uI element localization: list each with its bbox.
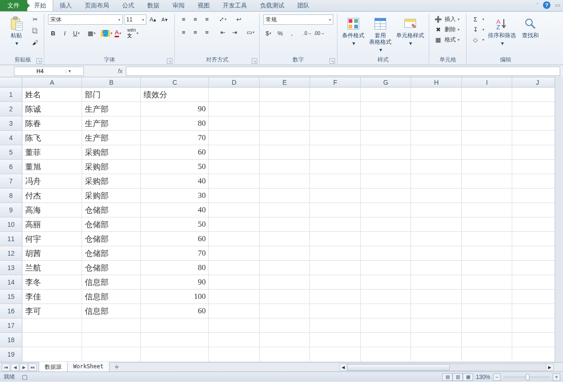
align-center-icon[interactable]: ≡ <box>190 27 200 37</box>
cell[interactable] <box>260 318 310 333</box>
cell[interactable] <box>310 131 361 145</box>
cell[interactable] <box>141 318 209 333</box>
cell[interactable]: 李可 <box>22 304 82 318</box>
cell[interactable]: 冯舟 <box>22 174 82 189</box>
cell[interactable] <box>310 145 361 160</box>
cell[interactable]: 40 <box>141 203 209 217</box>
tab-开发工具[interactable]: 开发工具 <box>216 0 254 11</box>
row-header[interactable]: 19 <box>0 347 22 362</box>
cell[interactable] <box>361 290 412 304</box>
comma-icon[interactable]: , <box>287 28 297 38</box>
cell[interactable] <box>310 333 361 347</box>
cell[interactable]: 30 <box>141 189 209 203</box>
cell[interactable]: 信息部 <box>82 304 141 318</box>
tab-页面布局[interactable]: 页面布局 <box>78 0 116 11</box>
font-color-button[interactable]: A▾ <box>113 28 123 38</box>
decrease-decimal-icon[interactable]: .00→ <box>314 28 324 38</box>
cell[interactable] <box>361 174 412 189</box>
cell[interactable] <box>260 174 310 189</box>
cell[interactable] <box>411 217 462 232</box>
cell[interactable] <box>462 189 513 203</box>
cell[interactable] <box>361 347 412 362</box>
cell[interactable] <box>310 347 361 362</box>
cell[interactable] <box>411 174 462 189</box>
cell[interactable] <box>462 290 513 304</box>
row-header[interactable]: 18 <box>0 333 22 347</box>
cell[interactable] <box>462 217 513 232</box>
dialog-launcher-icon[interactable]: ↘ <box>252 58 257 64</box>
cell[interactable] <box>361 261 412 275</box>
row-header[interactable]: 10 <box>0 217 22 232</box>
column-header[interactable]: C <box>141 77 209 88</box>
cell[interactable] <box>209 102 260 116</box>
cell[interactable] <box>310 232 361 246</box>
cell[interactable] <box>310 160 361 174</box>
cell[interactable] <box>260 246 310 261</box>
cell[interactable]: 生产部 <box>82 102 141 116</box>
sheet-nav-prev-icon[interactable]: ◀ <box>11 364 19 371</box>
cell[interactable]: 采购部 <box>82 174 141 189</box>
page-layout-view-icon[interactable]: ▥ <box>453 373 463 381</box>
bold-button[interactable]: B <box>48 28 58 38</box>
sheet-nav-last-icon[interactable]: ⏭ <box>28 364 37 371</box>
font-size-combo[interactable]: 11▾ <box>124 14 146 25</box>
cell[interactable]: 采购部 <box>82 189 141 203</box>
cell[interactable] <box>361 232 412 246</box>
row-header[interactable]: 15 <box>0 290 22 304</box>
vertical-scrollbar[interactable] <box>555 76 563 362</box>
cell[interactable] <box>411 290 462 304</box>
cell[interactable] <box>310 261 361 275</box>
cell[interactable] <box>82 318 141 333</box>
cell[interactable]: 60 <box>141 145 209 160</box>
row-header[interactable]: 5 <box>0 145 22 160</box>
decrease-indent-icon[interactable]: ⇤ <box>218 27 228 37</box>
cell[interactable] <box>462 232 513 246</box>
cell[interactable] <box>310 203 361 217</box>
select-all-corner[interactable] <box>0 77 22 88</box>
column-header[interactable]: B <box>82 77 141 88</box>
cell[interactable]: 90 <box>141 102 209 116</box>
cell[interactable] <box>361 203 412 217</box>
zoom-in-icon[interactable]: + <box>553 373 560 381</box>
minimize-ribbon-icon[interactable]: ˆ <box>536 2 538 8</box>
cell[interactable] <box>22 347 82 362</box>
cell[interactable] <box>260 160 310 174</box>
dialog-launcher-icon[interactable]: ↘ <box>330 58 335 64</box>
cell[interactable]: 生产部 <box>82 131 141 145</box>
cell[interactable] <box>411 232 462 246</box>
cell[interactable]: 绩效分 <box>141 88 209 102</box>
cell[interactable] <box>462 318 513 333</box>
cell[interactable] <box>310 290 361 304</box>
row-header[interactable]: 12 <box>0 246 22 261</box>
cell[interactable] <box>260 116 310 131</box>
cell[interactable] <box>462 333 513 347</box>
align-left-icon[interactable]: ≡ <box>179 27 189 37</box>
align-middle-icon[interactable]: ≡ <box>190 14 200 24</box>
row-header[interactable]: 3 <box>0 116 22 131</box>
cell[interactable] <box>209 333 260 347</box>
cell[interactable] <box>411 189 462 203</box>
cell[interactable] <box>260 189 310 203</box>
fill-color-button[interactable]: 🪣▾ <box>101 28 111 38</box>
cell[interactable]: 陈春 <box>22 116 82 131</box>
align-top-icon[interactable]: ≡ <box>179 14 189 24</box>
cell[interactable] <box>260 232 310 246</box>
copy-icon[interactable]: ⿻ <box>30 26 40 35</box>
cell[interactable]: 50 <box>141 160 209 174</box>
increase-decimal-icon[interactable]: .0→ <box>302 28 313 38</box>
cell[interactable] <box>411 116 462 131</box>
cell[interactable]: 仓储部 <box>82 246 141 261</box>
cell[interactable] <box>209 347 260 362</box>
cell[interactable] <box>310 102 361 116</box>
cell[interactable]: 采购部 <box>82 145 141 160</box>
formula-input[interactable] <box>126 67 560 76</box>
spreadsheet-grid[interactable]: ABCDEFGHIJ 12345678910111213141516171819… <box>0 77 563 362</box>
cell[interactable] <box>361 88 412 102</box>
overflow-icon[interactable]: ▭ <box>555 2 560 8</box>
cell[interactable] <box>209 318 260 333</box>
cell[interactable] <box>361 246 412 261</box>
cell[interactable] <box>361 160 412 174</box>
tab-审阅[interactable]: 审阅 <box>166 0 191 11</box>
cell[interactable] <box>260 102 310 116</box>
row-header[interactable]: 6 <box>0 160 22 174</box>
